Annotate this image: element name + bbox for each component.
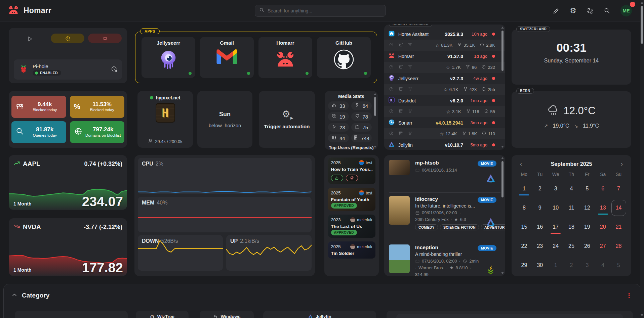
media-type-badge: MOVIE [478, 245, 496, 251]
edit-icon[interactable] [553, 7, 560, 14]
media-item-row[interactable]: Idiocracy In the future, intelligence is… [389, 196, 496, 230]
decline-button[interactable] [346, 175, 358, 181]
category-app-card[interactable]: ⚙WizTree [136, 311, 189, 318]
app-card-gmail[interactable]: Gmail [200, 37, 254, 78]
calendar-day[interactable]: 24 [548, 236, 564, 256]
system-panel-cpu: CPU2% [138, 158, 312, 194]
chevron-up-icon[interactable] [11, 291, 18, 300]
calendar-day[interactable]: 4 [564, 179, 579, 198]
calendar-day[interactable]: 4 [595, 256, 611, 275]
arrow-up-right-icon: ↗ [544, 123, 548, 129]
calendar-day[interactable]: 13 [595, 198, 611, 217]
calendar-day[interactable]: 26 [579, 236, 595, 256]
calendar-prev-icon[interactable]: ‹ [518, 161, 524, 168]
calendar-day[interactable]: 30 [532, 256, 548, 275]
calendar-day[interactable]: 27 [595, 236, 611, 256]
calendar-day[interactable]: 17 [548, 217, 564, 236]
stock-widget-nvda[interactable]: NVDA -3.77 (-2.12%) 1 Month 177.82 [9, 218, 127, 276]
calendar-day[interactable]: 2 [564, 256, 579, 275]
play-button[interactable] [26, 35, 34, 44]
homarr-dashboard: Homarr ⚙ ME Pi-hole ENABLED [0, 0, 644, 318]
calendar-day[interactable]: 2 [532, 179, 548, 198]
media-request-card[interactable]: 2025 meierluk Tin Soldier [328, 241, 375, 259]
clock-pause-icon[interactable] [111, 65, 117, 74]
calendar-day[interactable]: 29 [516, 256, 532, 275]
category-app-card[interactable] [15, 311, 128, 318]
calendar-day[interactable]: 5 [611, 256, 627, 275]
calendar-day[interactable]: 9 [532, 198, 548, 217]
stop-button[interactable] [88, 34, 122, 43]
pause-timer-button[interactable] [51, 34, 84, 43]
stop-icon [102, 36, 108, 41]
calendar-day[interactable]: 11 [564, 198, 579, 217]
trigger-automation-widget[interactable]: ⚙▶ Trigger automation [259, 91, 315, 148]
pihole-stat[interactable]: 797.24kDomains on blocklist [70, 121, 125, 143]
calendar-day[interactable]: 1 [548, 256, 564, 275]
media-stat-thumb-up: 33 [328, 101, 349, 110]
media-request-card[interactable]: 2025 test How to Train Your... [328, 157, 375, 184]
minecraft-server-widget[interactable]: hypixel.net H 29.4k / 200.0k [137, 91, 193, 148]
widget-scrollbar[interactable] [373, 93, 377, 148]
approve-button[interactable] [331, 175, 343, 181]
widget-scrollbar[interactable] [501, 157, 504, 274]
recent-releases-widget: RECENT RELEASES Home Assitant 2025.9.3 1… [384, 25, 505, 150]
calendar-day[interactable]: 3 [579, 256, 595, 275]
issues-icon [481, 64, 486, 69]
app-card-homarr[interactable]: Homarr [258, 37, 312, 78]
app-card-jellyseerr[interactable]: Jellyseerr [142, 37, 195, 78]
calendar-day[interactable]: 7 [611, 179, 627, 198]
calendar-day[interactable]: 6 [595, 179, 611, 198]
app-card-github[interactable]: GitHub [317, 37, 371, 78]
search-icon[interactable] [604, 7, 610, 14]
release-age: 3mo ago [467, 120, 487, 125]
calendar-day[interactable]: 18 [564, 217, 579, 236]
event-underline [551, 233, 561, 234]
release-row[interactable]: Jellyseerr v2.7.3 4w ago [384, 73, 505, 84]
release-stats-row: ☆12.4K 1.6K 110 [384, 128, 505, 139]
search-bar[interactable] [255, 5, 386, 17]
page-scrollbar[interactable] [640, 0, 644, 318]
layout-swap-icon[interactable] [587, 7, 594, 14]
release-row[interactable]: Homarr v1.37.0 1d ago [384, 51, 505, 62]
media-item-row[interactable]: Inception A mind-bending thriller 07/16/… [389, 244, 496, 276]
calendar-day[interactable]: 5 [579, 179, 595, 198]
pihole-stat[interactable]: % 11.53%Blocked today [70, 96, 125, 118]
calendar-day[interactable]: 10 [548, 198, 564, 217]
calendar-day[interactable]: 14 [611, 198, 627, 217]
search-input[interactable] [268, 8, 381, 13]
widget-scrollbar[interactable] [501, 27, 504, 148]
calendar-day[interactable]: 19 [579, 217, 595, 236]
pihole-stat[interactable]: 9.44kBlocked today [11, 96, 66, 118]
pihole-stat[interactable]: 81.87kQueries today [11, 121, 66, 143]
calendar-day[interactable]: 20 [595, 217, 611, 236]
automation-label: Trigger automation [264, 124, 310, 129]
release-row[interactable]: d. Dashdot v6.2.0 1mo ago [384, 95, 505, 106]
calendar-day[interactable]: 8 [516, 198, 532, 217]
category-app-card[interactable]: Windows [200, 311, 254, 318]
media-item-row[interactable]: mp-htsob 06/01/2016, 15:14 MOVIE [389, 160, 496, 173]
calendar-day[interactable]: 1 [516, 179, 532, 198]
avatar[interactable]: ME [620, 5, 632, 16]
pihole-status-row[interactable]: Pi-hole ENABLED [14, 59, 122, 80]
settings-icon[interactable]: ⚙ [570, 7, 576, 14]
calendar-day[interactable]: 12 [579, 198, 595, 217]
category-app-card[interactable]: Jellyfin [263, 311, 376, 318]
stock-widget-aapl[interactable]: AAPL 0.74 (+0.32%) 1 Month 234.07 [9, 155, 127, 210]
release-row[interactable]: Sonarr v4.0.15.2941 3mo ago [384, 117, 505, 128]
release-row[interactable]: Home Assitant 2025.9.3 10h ago [384, 29, 505, 40]
category-app-card[interactable] [387, 311, 633, 318]
calendar-day[interactable]: 28 [611, 236, 627, 256]
category-menu-icon[interactable]: ⋮ [626, 292, 632, 299]
calendar-day[interactable]: 21 [611, 217, 627, 236]
media-request-card[interactable]: 2023 meierluk The Last of Us APPROVED [328, 215, 375, 238]
status-badge: ENABLED [33, 70, 61, 76]
calendar-next-icon[interactable]: › [618, 161, 625, 168]
media-request-card[interactable]: 2025 test Fountain of Youth APPROVED [328, 188, 375, 211]
calendar-day[interactable]: 23 [532, 236, 548, 256]
release-row[interactable]: Jellyfin v10.10.7 5mo ago [384, 139, 505, 150]
calendar-day[interactable]: 22 [516, 236, 532, 256]
calendar-day[interactable]: 25 [564, 236, 579, 256]
calendar-day[interactable]: 15 [516, 217, 532, 236]
calendar-day[interactable]: 16 [532, 217, 548, 236]
calendar-day[interactable]: 3 [548, 179, 564, 198]
